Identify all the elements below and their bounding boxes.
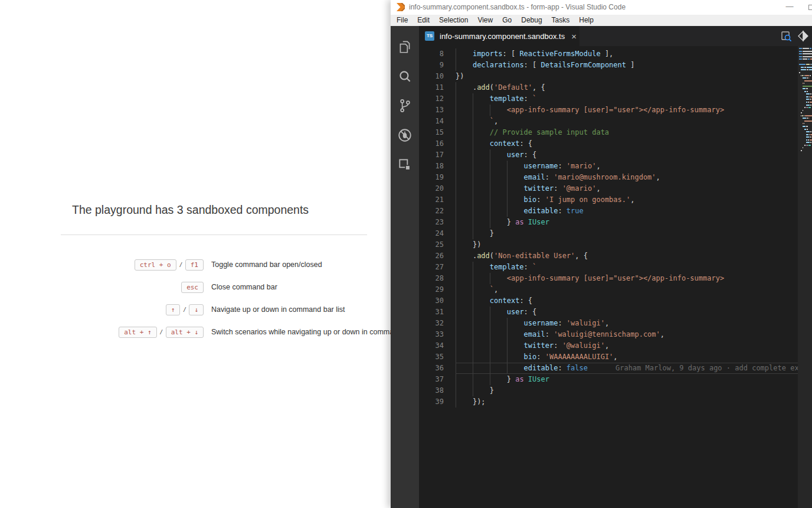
- code-line-16[interactable]: 16 context: {: [419, 138, 812, 149]
- line-number: 38: [419, 385, 456, 396]
- minimap-row: [798, 134, 812, 135]
- search-icon[interactable]: [391, 61, 419, 91]
- indent-guide: [456, 250, 456, 262]
- key-separator: /: [184, 306, 185, 313]
- indent-guide: [490, 105, 490, 116]
- maximize-button[interactable]: [808, 5, 812, 10]
- code-editor[interactable]: 8 imports: [ ReactiveFormsModule ],9 dec…: [419, 46, 812, 508]
- page-title: The playground has 3 sandboxed component…: [72, 203, 309, 217]
- code-line-17[interactable]: 17 user: {: [419, 149, 812, 161]
- code-line-26[interactable]: 26 .add('Non-editable User', {: [419, 250, 812, 262]
- menu-tasks[interactable]: Tasks: [547, 15, 575, 26]
- minimap-row: [798, 121, 812, 122]
- shortcut-description: Toggle command bar open/closed: [211, 260, 322, 269]
- shortcut-keys: ↑/↓: [0, 304, 204, 315]
- line-content: `,: [456, 116, 812, 127]
- code-line-30[interactable]: 30 context: {: [419, 295, 812, 307]
- code-line-32[interactable]: 32 username: 'waluigi',: [419, 318, 812, 329]
- line-number: 21: [419, 194, 456, 206]
- minimap-row: [798, 145, 812, 146]
- divider: [61, 235, 367, 235]
- code-line-33[interactable]: 33 email: 'waluigi@tennischamp.com',: [419, 329, 812, 340]
- minimap-row: [798, 129, 812, 130]
- indent-guide: [507, 172, 508, 183]
- activity-bar: [391, 26, 419, 508]
- explorer-icon[interactable]: [391, 32, 419, 61]
- code-line-23[interactable]: 23 } as IUser: [419, 217, 812, 228]
- menu-help[interactable]: Help: [574, 15, 598, 26]
- indent-guide: [490, 194, 490, 206]
- line-number: 31: [419, 307, 456, 318]
- code-line-38[interactable]: 38 }: [419, 385, 812, 396]
- indent-guide: [456, 284, 456, 295]
- indent-guide: [473, 206, 473, 217]
- code-line-12[interactable]: 12 template: `: [419, 93, 812, 105]
- menu-view[interactable]: View: [473, 15, 497, 26]
- menu-debug[interactable]: Debug: [516, 15, 546, 26]
- indent-guide: [456, 217, 456, 228]
- line-content: username: 'waluigi',: [456, 318, 812, 329]
- code-line-35[interactable]: 35 bio: 'WAAAAAAAALUIGI',: [419, 351, 812, 363]
- indent-guide: [456, 116, 456, 127]
- line-number: 33: [419, 329, 456, 340]
- open-preview-icon[interactable]: [780, 30, 792, 42]
- line-number: 13: [419, 105, 456, 116]
- code-line-11[interactable]: 11 .add('Default', {: [419, 82, 812, 93]
- code-line-21[interactable]: 21 bio: 'I jump on goombas.',: [419, 194, 812, 206]
- code-line-25[interactable]: 25 }): [419, 239, 812, 250]
- indent-guide: [473, 363, 473, 373]
- code-line-39[interactable]: 39 });: [419, 396, 812, 408]
- code-line-14[interactable]: 14 `,: [419, 116, 812, 127]
- menu-go[interactable]: Go: [497, 15, 516, 26]
- indent-guide: [473, 116, 473, 127]
- line-number: 17: [419, 149, 456, 161]
- code-line-8[interactable]: 8 imports: [ ReactiveFormsModule ],: [419, 48, 812, 60]
- extensions-icon[interactable]: [391, 150, 419, 180]
- menu-selection[interactable]: Selection: [434, 15, 473, 26]
- kbd-key: alt + ↑: [119, 327, 156, 338]
- code-line-34[interactable]: 34 twitter: '@waluigi',: [419, 340, 812, 351]
- indent-guide: [490, 183, 490, 194]
- code-line-37[interactable]: 37 } as IUser: [419, 374, 812, 385]
- source-control-icon[interactable]: [391, 91, 419, 121]
- code-line-36[interactable]: 36 editable: falseGraham Marlow, 9 days …: [419, 363, 812, 374]
- minimap[interactable]: [798, 46, 812, 508]
- code-line-22[interactable]: 22 editable: true: [419, 206, 812, 217]
- debug-icon[interactable]: [391, 121, 419, 150]
- tab-close-icon[interactable]: ×: [571, 32, 577, 41]
- line-content: }): [456, 239, 812, 250]
- key-separator: /: [180, 261, 182, 268]
- line-content: context: {: [456, 295, 812, 307]
- line-content: template: `: [456, 262, 812, 273]
- split-editor-icon[interactable]: [797, 30, 809, 42]
- code-line-29[interactable]: 29 `,: [419, 284, 812, 295]
- menu-edit[interactable]: Edit: [412, 15, 434, 26]
- code-line-10[interactable]: 10}): [419, 71, 812, 82]
- menu-file[interactable]: File: [392, 15, 412, 26]
- minimize-button[interactable]: —: [778, 0, 801, 15]
- code-line-27[interactable]: 27 template: `: [419, 262, 812, 273]
- line-content: editable: true: [456, 206, 812, 217]
- indent-guide: [473, 172, 473, 183]
- indent-guide: [456, 93, 456, 105]
- code-line-19[interactable]: 19 email: 'mario@mushroom.kingdom',: [419, 172, 812, 183]
- indent-guide: [507, 206, 508, 217]
- playground-page: The playground has 3 sandboxed component…: [0, 0, 391, 508]
- code-line-31[interactable]: 31 user: {: [419, 307, 812, 318]
- line-number: 19: [419, 172, 456, 183]
- key-separator: /: [161, 328, 162, 336]
- minimap-row: [798, 99, 812, 100]
- code-line-20[interactable]: 20 twitter: '@mario',: [419, 183, 812, 194]
- code-line-28[interactable]: 28 <app-info-summary [user]="user"></app…: [419, 273, 812, 284]
- code-line-18[interactable]: 18 username: 'mario',: [419, 161, 812, 172]
- code-line-24[interactable]: 24 }: [419, 228, 812, 239]
- line-content: // Provide sample input data: [456, 127, 812, 138]
- minimap-row: [798, 112, 812, 113]
- code-line-13[interactable]: 13 <app-info-summary [user]="user"></app…: [419, 105, 812, 116]
- code-lines: 8 imports: [ ReactiveFormsModule ],9 dec…: [419, 48, 812, 408]
- code-line-15[interactable]: 15 // Provide sample input data: [419, 127, 812, 138]
- line-number: 24: [419, 228, 456, 239]
- kbd-key: f1: [185, 259, 204, 271]
- code-line-9[interactable]: 9 declarations: [ DetailsFormComponent ]: [419, 60, 812, 71]
- tab-info-summary[interactable]: TS info-summary.component.sandbox.ts ×: [419, 26, 579, 46]
